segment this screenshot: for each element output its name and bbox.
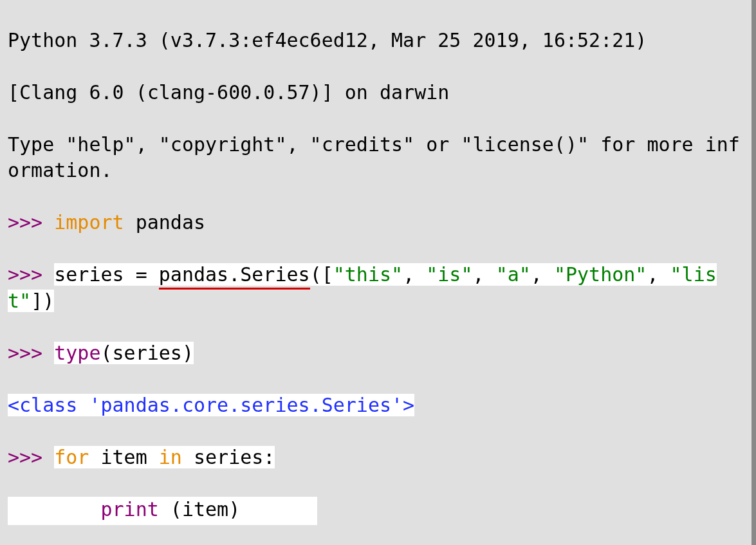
code-text: ]): [31, 290, 54, 312]
input-line-series: >>> series = pandas.Series(["this", "is"…: [8, 262, 750, 314]
code-text: (item): [159, 498, 240, 521]
keyword-for: for: [54, 446, 89, 468]
banner-line-2: [Clang 6.0 (clang-600.0.57)] on darwin: [8, 80, 750, 106]
vertical-scrollbar[interactable]: [751, 0, 756, 545]
builtin-type: type: [54, 342, 100, 364]
banner-line-3: Type "help", "copyright", "credits" or "…: [8, 132, 750, 184]
input-line-for: >>> for item in series:: [8, 445, 750, 471]
python-shell[interactable]: Python 3.7.3 (v3.7.3:ef4ec6ed12, Mar 25 …: [0, 0, 756, 545]
code-text: ,: [473, 263, 496, 286]
output-text: <class 'pandas.core.series.Series'>: [8, 394, 414, 416]
code-text: pandas: [124, 211, 205, 234]
code-text: ,: [403, 263, 426, 286]
prompt-symbol: >>>: [8, 263, 54, 286]
code-text: ([: [310, 263, 333, 286]
indent: [8, 498, 101, 521]
code-text: ,: [647, 263, 670, 286]
keyword-in: in: [159, 446, 182, 468]
code-text: item: [89, 446, 158, 468]
output-line-type: <class 'pandas.core.series.Series'>: [8, 393, 750, 419]
underlined-call: pandas.Series: [159, 262, 310, 288]
prompt-symbol: >>>: [8, 342, 54, 364]
code-text: series:: [182, 446, 275, 468]
string-literal: "this": [333, 263, 403, 286]
code-text: series =: [54, 263, 159, 286]
string-literal: "is": [426, 263, 472, 286]
keyword-import: import: [54, 211, 124, 234]
code-text: (series): [101, 342, 194, 364]
code-text: ,: [531, 263, 554, 286]
builtin-print: print: [101, 498, 159, 521]
string-literal: "a": [496, 263, 531, 286]
input-line-type: >>> type(series): [8, 340, 750, 367]
input-line-print: print (item): [8, 497, 750, 526]
prompt-symbol: >>>: [8, 211, 54, 234]
input-line-import: >>> import pandas: [8, 210, 750, 236]
string-literal: "Python": [554, 263, 647, 286]
banner-line-1: Python 3.7.3 (v3.7.3:ef4ec6ed12, Mar 25 …: [8, 28, 750, 54]
prompt-symbol: >>>: [8, 446, 54, 468]
